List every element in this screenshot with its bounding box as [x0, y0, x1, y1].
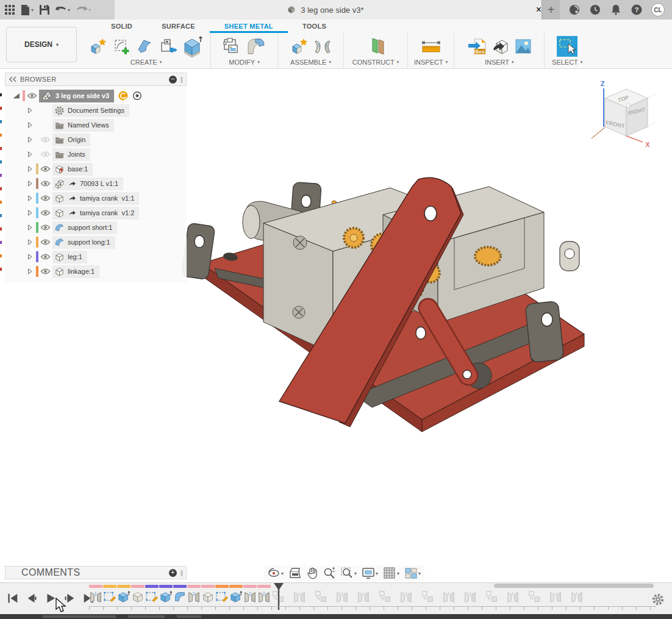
expand-arrow-icon[interactable] — [26, 252, 34, 261]
timeline-feature[interactable] — [257, 585, 271, 604]
expand-arrow-icon[interactable] — [26, 223, 34, 232]
browser-item-label[interactable]: Named Views — [68, 121, 109, 129]
step-back-button[interactable] — [25, 592, 38, 605]
selected-root-item[interactable]: 3 leg one side v3 — [39, 90, 114, 102]
document-tab[interactable]: 3 leg one side v3* — [287, 5, 363, 15]
look-at-icon[interactable] — [289, 568, 301, 579]
timeline-feature[interactable] — [173, 585, 187, 604]
modify-form-icon[interactable] — [223, 37, 241, 55]
timeline-feature[interactable] — [103, 585, 116, 604]
expand-arrow-icon[interactable] — [26, 238, 34, 246]
group-label-assemble[interactable]: ASSEMBLE▾ — [290, 59, 331, 66]
insert-mesh-icon[interactable] — [491, 37, 510, 55]
expand-comments-icon[interactable]: + — [169, 569, 177, 577]
browser-row[interactable]: Joints — [5, 147, 187, 162]
bend-icon[interactable] — [246, 37, 266, 56]
fit-icon[interactable]: ▾ — [341, 567, 357, 579]
viewport-canvas[interactable]: BROWSER − || 3 leg one side v3 — [0, 69, 672, 582]
visibility-eye-icon[interactable] — [40, 223, 51, 232]
expand-arrow-icon[interactable] — [26, 209, 34, 217]
app-grid-icon[interactable] — [5, 5, 15, 15]
extrude-icon[interactable] — [182, 35, 203, 58]
visibility-eye-icon[interactable] — [40, 267, 51, 276]
tab-tools[interactable]: TOOLS — [288, 21, 341, 33]
notifications-bell-icon[interactable] — [610, 4, 622, 16]
unfold-icon[interactable] — [159, 37, 177, 55]
group-label-inspect[interactable]: INSPECT▾ — [414, 59, 448, 66]
visibility-eye-icon[interactable] — [40, 194, 51, 202]
group-label-insert[interactable]: INSERT▾ — [485, 59, 514, 66]
expand-arrow-icon[interactable] — [12, 91, 21, 100]
collapse-panel-icon[interactable]: − — [169, 76, 177, 84]
timeline-feature[interactable] — [463, 585, 477, 604]
group-label-select[interactable]: SELECT▾ — [552, 59, 582, 66]
timeline-feature[interactable] — [145, 585, 159, 604]
browser-item-label[interactable]: Document Settings — [68, 107, 124, 114]
timeline-feature[interactable] — [201, 585, 215, 604]
browser-item-label[interactable]: tamiya crank v1:2 — [80, 209, 134, 216]
browser-item-label[interactable]: Joints — [68, 151, 85, 158]
create-sketch-icon[interactable] — [113, 37, 131, 55]
timeline-feature[interactable] — [314, 585, 327, 604]
browser-item-label[interactable]: base:1 — [68, 165, 88, 173]
browser-item-label[interactable]: support long:1 — [68, 238, 110, 246]
visibility-eye-icon[interactable] — [40, 179, 51, 188]
browser-row[interactable]: 70093 L v1:1 — [5, 176, 187, 191]
visibility-eye-icon[interactable] — [27, 91, 37, 100]
browser-row[interactable]: Named Views — [5, 118, 187, 132]
zoom-icon[interactable] — [323, 567, 335, 579]
timeline-feature[interactable] — [117, 585, 130, 604]
timeline-feature[interactable] — [89, 585, 102, 604]
expand-arrow-icon[interactable] — [26, 165, 34, 173]
go-to-start-button[interactable] — [6, 592, 20, 605]
timeline-feature[interactable] — [357, 585, 370, 604]
browser-row[interactable]: tamiya crank v1:2 — [5, 206, 187, 220]
activate-component-radio-icon[interactable] — [132, 91, 142, 101]
browser-item-label[interactable]: leg:1 — [68, 253, 82, 260]
select-icon[interactable] — [556, 35, 578, 57]
timeline-feature[interactable] — [243, 585, 257, 604]
timeline-settings-gear-icon[interactable] — [651, 593, 665, 606]
timeline-feature[interactable] — [442, 585, 456, 604]
collapse-chevrons-icon[interactable] — [9, 76, 16, 82]
timeline-feature[interactable] — [399, 585, 413, 604]
browser-item-label[interactable]: linkage:1 — [68, 268, 95, 275]
job-status-clock-icon[interactable] — [589, 4, 601, 16]
avatar[interactable]: CL — [651, 3, 665, 16]
visibility-eye-icon[interactable] — [40, 165, 51, 173]
browser-row[interactable]: Origin — [5, 132, 187, 147]
browser-row[interactable]: linkage:1 — [5, 264, 187, 279]
visibility-eye-icon[interactable] — [40, 209, 51, 217]
tab-solid[interactable]: SOLID — [96, 21, 147, 33]
orbit-icon[interactable]: ▾ — [268, 567, 284, 579]
browser-header[interactable]: BROWSER − || — [5, 73, 187, 86]
new-component-icon[interactable] — [90, 37, 108, 55]
help-icon[interactable]: ? — [631, 4, 643, 16]
pan-icon[interactable] — [307, 567, 318, 579]
panel-resize-grip[interactable]: || — [181, 76, 182, 83]
expand-arrow-icon[interactable] — [26, 106, 34, 115]
display-settings-icon[interactable]: ▾ — [362, 568, 378, 579]
timeline-feature[interactable] — [293, 585, 306, 604]
redo-button[interactable]: ▾ — [76, 5, 91, 15]
insert-svg-icon[interactable]: SVG — [467, 37, 487, 56]
group-label-create[interactable]: CREATE▾ — [130, 59, 162, 66]
tab-surface[interactable]: SURFACE — [147, 21, 210, 33]
browser-row[interactable]: leg:1 — [5, 249, 187, 264]
expand-arrow-icon[interactable] — [26, 179, 34, 188]
panel-resize-grip[interactable]: || — [181, 570, 182, 576]
timeline-feature[interactable] — [159, 585, 173, 604]
browser-item-label[interactable]: support short:1 — [68, 224, 112, 231]
undo-button[interactable]: ▾ — [55, 5, 70, 15]
new-tab-button[interactable]: + — [542, 0, 560, 20]
file-menu-button[interactable]: ▾ — [21, 5, 34, 15]
tab-sheet-metal[interactable]: SHEET METAL — [210, 21, 288, 33]
timeline-feature[interactable] — [187, 585, 201, 604]
timeline-feature[interactable] — [131, 585, 145, 604]
save-button[interactable] — [40, 5, 49, 15]
browser-row[interactable]: tamiya crank v1:1 — [5, 191, 187, 206]
expand-arrow-icon[interactable] — [26, 267, 34, 276]
timeline-feature[interactable] — [215, 585, 229, 604]
browser-row[interactable]: support short:1 — [5, 220, 187, 235]
construct-plane-icon[interactable] — [365, 36, 386, 57]
